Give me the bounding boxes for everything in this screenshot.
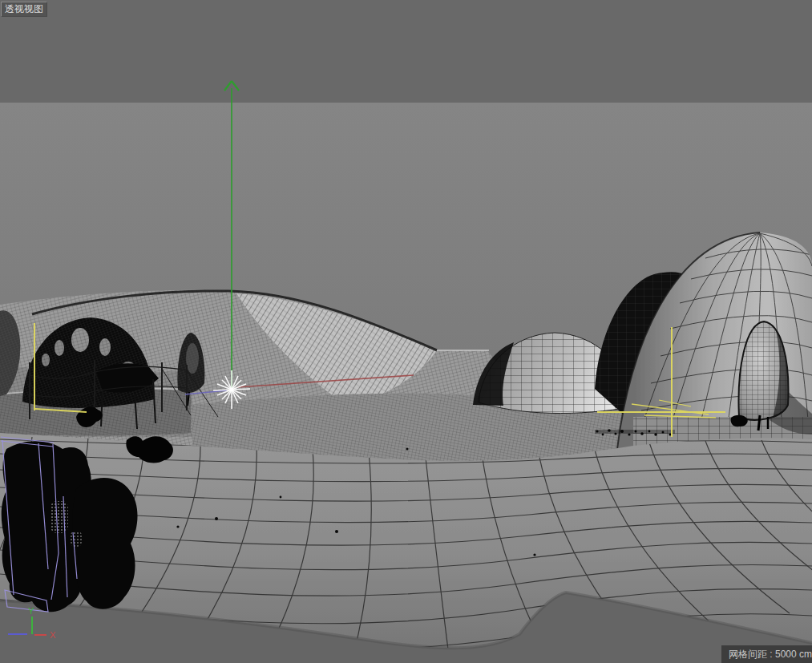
perspective-viewport[interactable]: Y X 透视视图 网格间距 : 5000 cm [0, 0, 812, 663]
scene-svg: Y X [0, 0, 812, 663]
tree-speckle-patch [50, 501, 68, 533]
gizmo-y-label: Y [28, 606, 34, 616]
background-top-band [0, 0, 812, 103]
origin-point[interactable] [229, 387, 233, 391]
tree-trunk [758, 415, 760, 431]
shrub-silhouette [731, 415, 748, 427]
gizmo-x-label: X [50, 630, 56, 640]
tree-speckle-patch [71, 531, 82, 547]
view-label[interactable]: 透视视图 [1, 2, 47, 17]
grid-spacing-status: 网格间距 : 5000 cm [721, 645, 812, 663]
tree-silhouette-2[interactable] [72, 478, 137, 609]
